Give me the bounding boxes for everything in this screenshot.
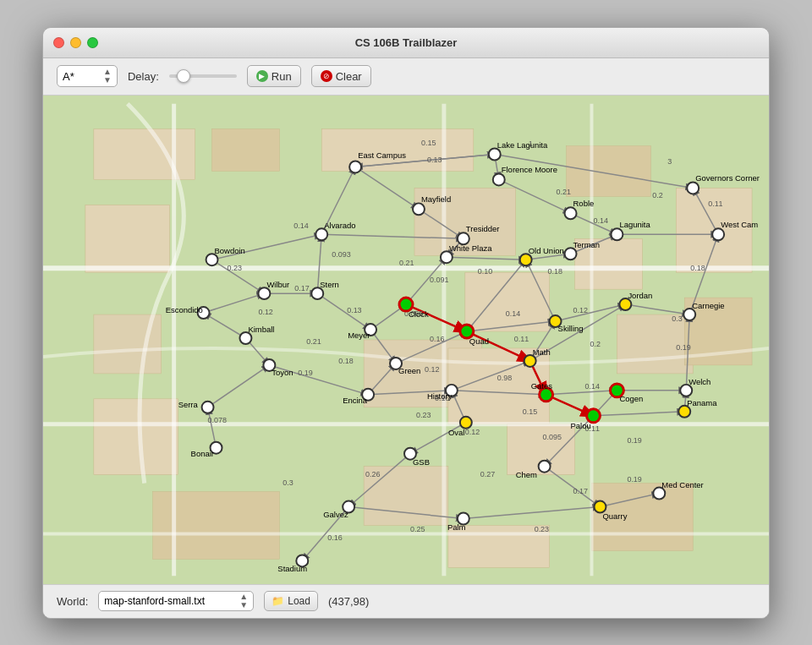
svg-text:Cogen: Cogen — [619, 393, 643, 402]
svg-text:0.21: 0.21 — [306, 336, 321, 345]
world-select-wrapper[interactable]: map-stanford-small.txt map-stanford-larg… — [98, 591, 254, 611]
clear-button[interactable]: ⊘ Clear — [311, 65, 371, 87]
svg-text:0.25: 0.25 — [410, 525, 425, 533]
svg-text:0.11: 0.11 — [708, 200, 722, 208]
svg-text:0.23: 0.23 — [535, 525, 549, 533]
svg-text:Kimball: Kimball — [248, 325, 274, 334]
window-title: CS 106B Trailblazer — [355, 36, 458, 49]
svg-point-218 — [594, 500, 606, 512]
run-button[interactable]: ▶ Run — [247, 65, 301, 87]
svg-text:0.12: 0.12 — [573, 306, 588, 314]
svg-text:Med Center: Med Center — [661, 479, 703, 489]
svg-rect-5 — [94, 398, 178, 474]
svg-text:Jordan: Jordan — [628, 291, 652, 300]
svg-text:0.18: 0.18 — [338, 356, 353, 364]
svg-text:0.095: 0.095 — [543, 432, 562, 440]
svg-text:0.093: 0.093 — [332, 250, 350, 259]
svg-point-178 — [239, 332, 251, 344]
svg-text:Meyer: Meyer — [348, 331, 370, 340]
dropdown-arrows: ▲▼ — [103, 68, 112, 85]
svg-point-170 — [311, 287, 323, 299]
clear-icon: ⊘ — [321, 70, 332, 82]
svg-point-148 — [687, 182, 699, 194]
svg-text:0.15: 0.15 — [421, 138, 436, 146]
svg-point-200 — [653, 487, 665, 499]
svg-point-190 — [202, 401, 214, 413]
svg-text:0.3: 0.3 — [283, 478, 293, 486]
world-dropdown[interactable]: map-stanford-small.txt map-stanford-larg… — [104, 595, 239, 607]
svg-point-144 — [489, 148, 501, 160]
svg-text:Lake Lagunita: Lake Lagunita — [497, 139, 548, 149]
svg-text:0.11: 0.11 — [514, 334, 529, 342]
svg-text:0.14: 0.14 — [593, 216, 607, 225]
svg-text:0.13: 0.13 — [427, 156, 442, 164]
minimize-button[interactable] — [70, 37, 81, 48]
algorithm-selector[interactable]: A* Dijkstra BFS DFS ▲▼ — [57, 65, 118, 87]
svg-text:Stern: Stern — [320, 280, 339, 289]
svg-point-174 — [683, 309, 695, 320]
svg-text:Wilbur: Wilbur — [266, 280, 289, 289]
svg-point-196 — [539, 460, 551, 472]
svg-text:Welch: Welch — [689, 376, 710, 385]
svg-text:Gates: Gates — [531, 380, 553, 390]
svg-text:3: 3 — [667, 157, 672, 166]
svg-text:Chem: Chem — [516, 469, 537, 478]
svg-text:Roble: Roble — [573, 199, 595, 208]
svg-text:Alvarado: Alvarado — [324, 221, 355, 230]
svg-text:Palou: Palou — [571, 420, 591, 429]
svg-point-160 — [458, 232, 469, 244]
svg-text:0.078: 0.078 — [208, 415, 227, 424]
svg-text:0.13: 0.13 — [347, 306, 361, 314]
svg-text:0.19: 0.19 — [627, 474, 641, 483]
svg-text:0.16: 0.16 — [430, 334, 444, 342]
svg-text:0.14: 0.14 — [506, 309, 520, 318]
svg-text:Toyon: Toyon — [272, 367, 293, 376]
svg-text:0.19: 0.19 — [627, 435, 641, 444]
svg-text:Oval: Oval — [448, 427, 464, 436]
svg-point-212 — [524, 354, 536, 366]
svg-text:0.17: 0.17 — [573, 486, 588, 495]
svg-text:0.23: 0.23 — [416, 410, 431, 418]
svg-text:0.10: 0.10 — [478, 267, 492, 276]
svg-text:Clock: Clock — [409, 309, 429, 319]
svg-point-154 — [611, 228, 623, 240]
load-button[interactable]: 📁 Load — [264, 591, 318, 611]
svg-text:Bowdoin: Bowdoin — [215, 246, 245, 255]
svg-point-216 — [678, 405, 690, 417]
algorithm-dropdown[interactable]: A* Dijkstra BFS DFS — [63, 70, 100, 83]
svg-point-158 — [315, 228, 327, 240]
statusbar: World: map-stanford-small.txt map-stanfo… — [43, 584, 769, 618]
svg-text:0.2: 0.2 — [652, 191, 662, 200]
maximize-button[interactable] — [87, 37, 98, 48]
svg-text:Bonair: Bonair — [191, 448, 214, 457]
map-container[interactable]: 0.15 0.13 1 3 0.21 0.2 0.11 0.14 0.14 0.… — [43, 96, 769, 584]
svg-text:Serra: Serra — [178, 399, 199, 408]
svg-text:0.19: 0.19 — [676, 342, 690, 351]
svg-text:0.14: 0.14 — [294, 221, 308, 230]
svg-text:0.19: 0.19 — [298, 368, 312, 376]
svg-text:Mayfield: Mayfield — [421, 194, 451, 204]
svg-text:0.26: 0.26 — [365, 469, 380, 478]
svg-point-214 — [460, 416, 472, 428]
svg-text:East Campus: East Campus — [358, 150, 406, 160]
delay-slider[interactable] — [169, 74, 237, 78]
toolbar: A* Dijkstra BFS DFS ▲▼ Delay: ▶ Run ⊘ Cl… — [43, 58, 769, 96]
svg-point-162 — [441, 251, 453, 263]
svg-rect-3 — [85, 205, 170, 272]
svg-point-206 — [520, 254, 532, 265]
svg-text:Florence Moore: Florence Moore — [502, 165, 557, 174]
svg-text:0.2: 0.2 — [590, 339, 600, 347]
world-dropdown-arrows: ▲▼ — [239, 593, 248, 609]
traffic-lights — [53, 37, 98, 48]
svg-text:West Cam: West Cam — [721, 220, 758, 229]
folder-icon: 📁 — [272, 595, 284, 607]
svg-text:History: History — [427, 391, 453, 400]
svg-text:Carnegie: Carnegie — [692, 301, 724, 310]
close-button[interactable] — [53, 37, 64, 48]
svg-point-156 — [712, 228, 724, 240]
svg-text:Green: Green — [398, 365, 420, 374]
svg-text:0.18: 0.18 — [548, 267, 562, 276]
svg-text:0.15: 0.15 — [523, 407, 537, 415]
app-window: CS 106B Trailblazer A* Dijkstra BFS DFS … — [42, 27, 770, 619]
svg-text:Stadium: Stadium — [277, 564, 307, 573]
